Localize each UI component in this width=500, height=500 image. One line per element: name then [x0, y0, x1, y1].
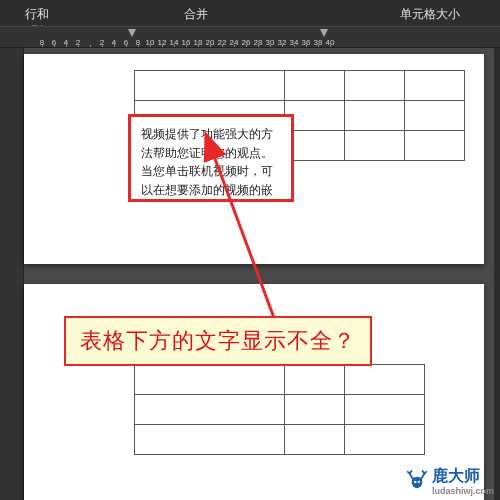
ribbon-tab-merge[interactable]: 合并: [164, 0, 228, 26]
ruler-tick: 36: [300, 38, 312, 47]
highlighted-cell[interactable]: 视频提供了功能强大的方法帮助您证明您的观点。当您单击联机视频时，可以在想要添加的…: [128, 114, 294, 202]
ruler-tick: 6: [48, 38, 60, 47]
svg-point-3: [418, 481, 420, 483]
horizontal-ruler[interactable]: 8 6 4 2 2 4 6 8 10 12 14 16 18 20 22 24 …: [0, 26, 500, 48]
ruler-tick: 8: [132, 38, 144, 47]
highlighted-cell-text: 视频提供了功能强大的方法帮助您证明您的观点。当您单击联机视频时，可以在想要添加的…: [141, 127, 273, 197]
watermark-domain: ludashiwj.com: [432, 487, 494, 496]
annotation-callout: 表格下方的文字显示不全？: [64, 316, 372, 366]
ruler-tick: 16: [180, 38, 192, 47]
ruler-tick: 28: [252, 38, 264, 47]
ruler-tick: 38: [312, 38, 324, 47]
ruler-tick: 30: [264, 38, 276, 47]
ruler-tick: 4: [108, 38, 120, 47]
ruler-tick: 10: [144, 38, 156, 47]
ruler-tick: 32: [276, 38, 288, 47]
page-1[interactable]: 视频提供了功能强大的方法帮助您证明您的观点。当您单击联机视频时，可以在想要添加的…: [24, 54, 484, 264]
ruler-tick: 2: [72, 38, 84, 47]
annotation-callout-text: 表格下方的文字显示不全？: [80, 328, 356, 353]
ruler-tick: 40: [324, 38, 336, 47]
watermark: 鹿大师 ludashiwj.com: [406, 466, 494, 496]
watermark-brand: 鹿大师: [432, 467, 480, 484]
ruler-tick: 8: [36, 38, 48, 47]
ruler-tick: 6: [120, 38, 132, 47]
ruler-tick: 20: [204, 38, 216, 47]
ruler-tick: 26: [240, 38, 252, 47]
table-bottom[interactable]: [134, 364, 425, 455]
ruler-tick: 22: [216, 38, 228, 47]
ruler-tick: 14: [168, 38, 180, 47]
ribbon-tab-rows-cols[interactable]: 行和列: [0, 0, 74, 26]
deer-logo-icon: [406, 470, 428, 492]
svg-point-2: [414, 481, 416, 483]
ruler-tick: 2: [96, 38, 108, 47]
indent-marker-left-icon[interactable]: [128, 29, 136, 37]
ruler-tick: 34: [288, 38, 300, 47]
document-canvas[interactable]: 视频提供了功能强大的方法帮助您证明您的观点。当您单击联机视频时，可以在想要添加的…: [24, 48, 494, 500]
ribbon-tabs: 行和列 合并 单元格大小: [0, 0, 500, 26]
ribbon-tab-cell-size[interactable]: 单元格大小: [380, 0, 480, 26]
ruler-tick: 18: [192, 38, 204, 47]
vertical-ruler[interactable]: [0, 48, 24, 500]
ruler-tick: 12: [156, 38, 168, 47]
ruler-tick: 24: [228, 38, 240, 47]
ruler-tick: 4: [60, 38, 72, 47]
indent-marker-right-icon[interactable]: [320, 29, 328, 37]
